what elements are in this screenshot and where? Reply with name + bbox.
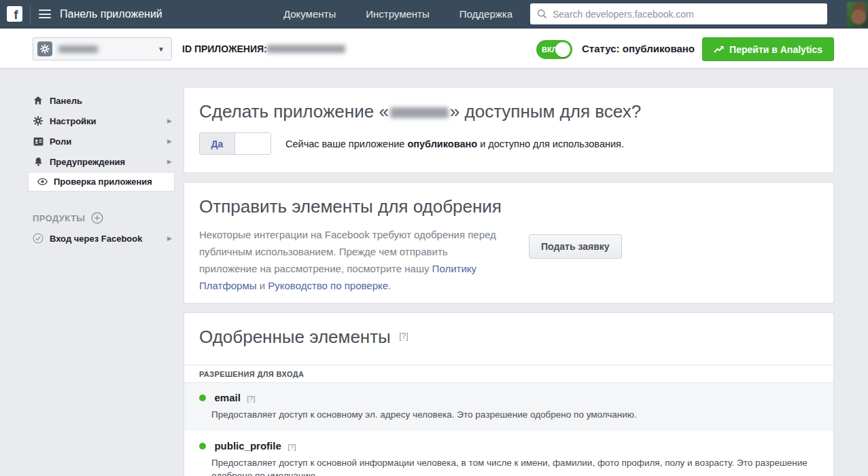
go-to-analytics-button[interactable]: Перейти в Analytics [702, 37, 834, 61]
chevron-down-icon: ▼ [158, 45, 164, 53]
sidebar: Панель Настройки ▶ [33, 90, 175, 249]
permission-description: Предоставляет доступ к основному эл. адр… [211, 408, 818, 421]
help-badge[interactable]: [?] [399, 331, 408, 341]
permission-name: public_profile [214, 440, 281, 452]
public-yes-toggle[interactable]: Да [199, 132, 271, 155]
sidebar-item-roles[interactable]: Роли ▶ [33, 131, 175, 151]
main-content: Сделать приложение «» доступным для всех… [184, 87, 834, 476]
approved-items-card: Одобренные элементы [?] РАЗРЕШЕНИЯ ДЛЯ В… [184, 312, 834, 476]
permission-row-email: email [?] Предоставляет доступ к основно… [184, 383, 833, 431]
app-on-toggle[interactable]: ВКЛ. [536, 40, 572, 59]
sidebar-item-facebook-login[interactable]: Вход через Facebook ▶ [33, 228, 175, 249]
app-name-redacted [58, 45, 98, 53]
avatar[interactable] [847, 2, 868, 27]
navbar-links: Документы Инструменты Поддержка [283, 8, 513, 20]
check-circle-icon [33, 233, 44, 244]
submit-request-button[interactable]: Подать заявку [529, 234, 622, 259]
sidebar-item-alerts[interactable]: Предупреждения ▶ [33, 151, 175, 172]
publish-card: Сделать приложение «» доступным для всех… [184, 87, 834, 173]
status-text: Статус: опубликовано [582, 43, 695, 54]
sidebar-item-app-review[interactable]: Проверка приложения [28, 172, 175, 191]
chevron-right-icon: ▶ [167, 235, 175, 242]
toggle-yes-label: Да [200, 133, 235, 154]
search-box[interactable] [530, 3, 827, 24]
permission-description: Предоставляет доступ к основной информац… [211, 456, 818, 476]
page-title: Панель приложений [60, 8, 162, 20]
facebook-logo[interactable]: f [7, 6, 22, 22]
navbar-divider [30, 5, 31, 23]
approved-card-title: Одобренные элементы [199, 327, 391, 347]
app-header-bar: ▼ ID ПРИЛОЖЕНИЯ: ВКЛ. Статус: опубликова… [0, 29, 868, 69]
app-name-redacted [390, 107, 449, 118]
products-section-header: ПРОДУКТЫ [33, 208, 175, 228]
roles-card-icon [33, 137, 44, 146]
analytics-button-label: Перейти в Analytics [729, 44, 822, 55]
search-input[interactable] [553, 9, 820, 20]
chevron-right-icon: ▶ [167, 158, 175, 165]
login-permissions-header: РАЗРЕШЕНИЯ ДЛЯ ВХОДА [184, 365, 833, 383]
nav-link-support[interactable]: Поддержка [459, 8, 513, 20]
app-id-label: ID ПРИЛОЖЕНИЯ: [182, 43, 267, 54]
chevron-right-icon: ▶ [167, 138, 175, 145]
submit-card: Отправить элементы для одобрения Некотор… [184, 182, 834, 304]
gear-icon [33, 116, 44, 126]
trending-up-icon [714, 45, 724, 54]
help-badge[interactable]: [?] [247, 395, 255, 403]
sidebar-item-settings[interactable]: Настройки ▶ [33, 111, 175, 131]
submit-card-title: Отправить элементы для одобрения [199, 196, 818, 217]
nav-link-tools[interactable]: Инструменты [366, 8, 430, 20]
bell-icon [33, 157, 44, 166]
app-id-redacted [266, 45, 345, 53]
help-badge[interactable]: [?] [288, 443, 296, 451]
home-icon [33, 96, 44, 105]
chevron-right-icon: ▶ [167, 117, 175, 124]
app-icon [37, 41, 52, 56]
search-icon [537, 9, 547, 19]
facebook-developers-dashboard: f Панель приложений Документы Инструмент… [0, 0, 868, 476]
permission-name: email [214, 392, 240, 403]
sidebar-item-dashboard[interactable]: Панель [33, 90, 175, 111]
eye-icon [37, 178, 48, 185]
toggle-knob [555, 42, 570, 57]
nav-link-docs[interactable]: Документы [283, 8, 336, 20]
hamburger-menu-icon[interactable] [39, 10, 51, 18]
approved-status-dot [199, 395, 206, 401]
toggle-off-side [235, 133, 271, 154]
publish-card-title: Сделать приложение «» доступным для всех… [199, 101, 818, 122]
approved-status-dot [199, 443, 206, 450]
review-guide-link[interactable]: Руководство по проверке [268, 280, 388, 291]
publish-status-sentence: Сейчас ваше приложение опубликовано и до… [285, 139, 624, 149]
app-selector-dropdown[interactable]: ▼ [33, 37, 172, 60]
top-navbar: f Панель приложений Документы Инструмент… [0, 0, 868, 29]
plus-circle-icon[interactable] [91, 212, 103, 224]
permission-row-public-profile: public_profile [?] Предоставляет доступ … [184, 431, 833, 476]
submit-card-body: Некоторые интеграции на Facebook требуют… [199, 226, 508, 294]
